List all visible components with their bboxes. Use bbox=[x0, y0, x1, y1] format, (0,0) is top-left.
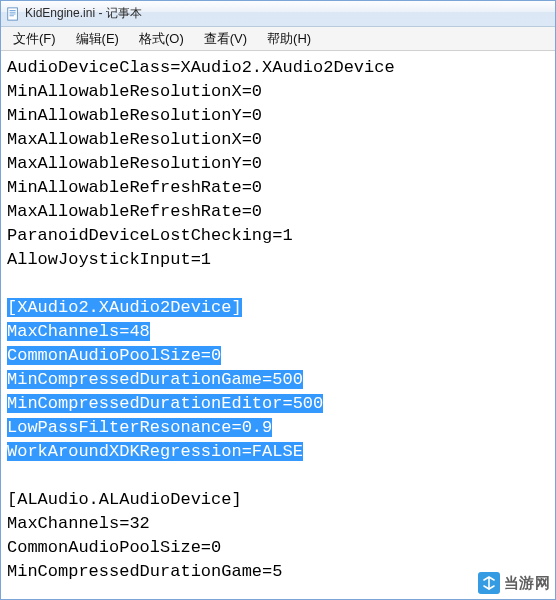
editor-line[interactable]: CommonAudioPoolSize=0 bbox=[7, 344, 549, 368]
text-editor[interactable]: AudioDeviceClass=XAudio2.XAudio2DeviceMi… bbox=[1, 51, 555, 599]
menubar: 文件(F) 编辑(E) 格式(O) 查看(V) 帮助(H) bbox=[1, 27, 555, 51]
editor-line[interactable] bbox=[7, 272, 549, 296]
editor-line[interactable]: MaxAllowableResolutionX=0 bbox=[7, 128, 549, 152]
selected-text[interactable]: MaxChannels=48 bbox=[7, 322, 150, 341]
selected-text[interactable]: MinCompressedDurationEditor=500 bbox=[7, 394, 323, 413]
editor-line[interactable]: CommonAudioPoolSize=0 bbox=[7, 536, 549, 560]
editor-line[interactable]: MinCompressedDurationEditor=500 bbox=[7, 392, 549, 416]
editor-line[interactable]: MinCompressedDurationGame=500 bbox=[7, 368, 549, 392]
editor-line[interactable]: MaxAllowableResolutionY=0 bbox=[7, 152, 549, 176]
menu-help[interactable]: 帮助(H) bbox=[257, 28, 321, 50]
editor-line[interactable]: [ALAudio.ALAudioDevice] bbox=[7, 488, 549, 512]
selected-text[interactable]: WorkAroundXDKRegression=FALSE bbox=[7, 442, 303, 461]
editor-line[interactable]: [XAudio2.XAudio2Device] bbox=[7, 296, 549, 320]
editor-line[interactable]: ParanoidDeviceLostChecking=1 bbox=[7, 224, 549, 248]
selected-text[interactable]: LowPassFilterResonance=0.9 bbox=[7, 418, 272, 437]
editor-line[interactable]: MinAllowableRefreshRate=0 bbox=[7, 176, 549, 200]
menu-edit[interactable]: 编辑(E) bbox=[66, 28, 129, 50]
notepad-window: KidEngine.ini - 记事本 文件(F) 编辑(E) 格式(O) 查看… bbox=[0, 0, 556, 600]
editor-line[interactable]: MaxChannels=32 bbox=[7, 512, 549, 536]
selected-text[interactable]: MinCompressedDurationGame=500 bbox=[7, 370, 303, 389]
editor-line[interactable]: AudioDeviceClass=XAudio2.XAudio2Device bbox=[7, 56, 549, 80]
window-title: KidEngine.ini - 记事本 bbox=[25, 5, 142, 22]
editor-line[interactable] bbox=[7, 464, 549, 488]
editor-line[interactable]: MaxAllowableRefreshRate=0 bbox=[7, 200, 549, 224]
editor-line[interactable]: MinCompressedDurationGame=5 bbox=[7, 560, 549, 584]
editor-line[interactable]: AllowJoystickInput=1 bbox=[7, 248, 549, 272]
editor-line[interactable]: LowPassFilterResonance=0.9 bbox=[7, 416, 549, 440]
editor-line[interactable]: MaxChannels=48 bbox=[7, 320, 549, 344]
notepad-icon bbox=[5, 6, 21, 22]
menu-view[interactable]: 查看(V) bbox=[194, 28, 257, 50]
titlebar[interactable]: KidEngine.ini - 记事本 bbox=[1, 1, 555, 27]
selected-text[interactable]: [XAudio2.XAudio2Device] bbox=[7, 298, 242, 317]
selected-text[interactable]: CommonAudioPoolSize=0 bbox=[7, 346, 221, 365]
editor-line[interactable]: MinAllowableResolutionY=0 bbox=[7, 104, 549, 128]
editor-line[interactable]: WorkAroundXDKRegression=FALSE bbox=[7, 440, 549, 464]
menu-format[interactable]: 格式(O) bbox=[129, 28, 194, 50]
menu-file[interactable]: 文件(F) bbox=[3, 28, 66, 50]
editor-line[interactable]: MinAllowableResolutionX=0 bbox=[7, 80, 549, 104]
